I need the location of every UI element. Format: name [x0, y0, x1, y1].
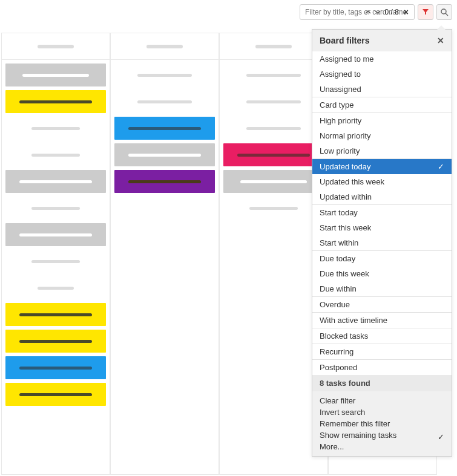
- filter-option[interactable]: Updated today✓: [312, 159, 452, 174]
- footer-action[interactable]: Remember this filter: [312, 418, 452, 429]
- card[interactable]: [223, 170, 324, 193]
- card[interactable]: [5, 356, 106, 379]
- chevron-down-icon[interactable]: [373, 8, 382, 16]
- filter-option[interactable]: Recurring: [312, 344, 452, 359]
- filter-option[interactable]: Start this week: [312, 220, 452, 235]
- card[interactable]: [114, 143, 215, 166]
- column-header: [2, 33, 110, 60]
- card-skeleton-line: [31, 154, 80, 157]
- filter-option[interactable]: Updated within: [312, 189, 452, 204]
- filter-option[interactable]: Unassigned: [312, 82, 452, 97]
- card-skeleton-line: [31, 260, 80, 263]
- card[interactable]: [5, 143, 106, 166]
- card[interactable]: [5, 330, 106, 353]
- card[interactable]: [5, 303, 106, 326]
- filter-count: 0 / 8: [384, 8, 398, 16]
- card[interactable]: [5, 383, 106, 406]
- check-icon: ✓: [438, 162, 444, 171]
- card[interactable]: [5, 170, 106, 193]
- filter-option[interactable]: Overdue: [312, 297, 452, 312]
- filter-option[interactable]: Due within: [312, 281, 452, 296]
- column: [110, 33, 219, 475]
- card[interactable]: [5, 117, 106, 140]
- card-skeleton-line: [19, 313, 92, 316]
- filter-option[interactable]: Start within: [312, 235, 452, 250]
- filter-option[interactable]: High priority: [312, 113, 452, 128]
- filter-popover: Board filters ✕ Assigned to meAssigned t…: [312, 29, 452, 457]
- card-skeleton-line: [137, 74, 192, 77]
- search-icon: [441, 8, 449, 16]
- filter-option[interactable]: Due this week: [312, 266, 452, 281]
- card[interactable]: [223, 197, 324, 220]
- card-skeleton-line: [237, 154, 310, 157]
- card[interactable]: [5, 197, 106, 220]
- card-skeleton-line: [128, 154, 201, 157]
- filter-option[interactable]: With active timeline: [312, 313, 452, 328]
- filter-option[interactable]: Due today: [312, 251, 452, 266]
- popover-arrow: [436, 25, 446, 30]
- toolbar: 0 / 8 ×: [300, 4, 452, 20]
- footer-action[interactable]: Show remaining tasks✓: [312, 429, 452, 441]
- card-skeleton-line: [19, 100, 92, 103]
- card[interactable]: [5, 223, 106, 246]
- svg-point-0: [441, 9, 446, 14]
- card[interactable]: [5, 250, 106, 273]
- card[interactable]: [114, 117, 215, 140]
- filter-option[interactable]: Low priority: [312, 143, 452, 158]
- card-skeleton-line: [246, 127, 301, 130]
- filter-option[interactable]: Postponed: [312, 360, 452, 375]
- card-skeleton-line: [128, 127, 201, 130]
- card[interactable]: [5, 276, 106, 299]
- card[interactable]: [114, 90, 215, 113]
- card-skeleton-line: [38, 287, 74, 290]
- footer-action[interactable]: More...: [312, 441, 452, 452]
- card-skeleton-line: [249, 207, 298, 210]
- header-skeleton: [255, 45, 292, 48]
- filter-option[interactable]: Normal priority: [312, 128, 452, 143]
- filter-option[interactable]: Assigned to me: [312, 51, 452, 67]
- card-skeleton-line: [19, 233, 92, 236]
- search-button[interactable]: [436, 4, 452, 20]
- clear-filter-icon[interactable]: ×: [401, 7, 411, 17]
- popover-list: Assigned to meAssigned toUnassignedCard …: [312, 51, 452, 375]
- column-body: [2, 60, 110, 409]
- card-skeleton-line: [22, 74, 89, 77]
- filter-option[interactable]: Start today: [312, 205, 452, 220]
- card-skeleton-line: [240, 180, 307, 183]
- card-skeleton-line: [19, 367, 92, 370]
- card[interactable]: [223, 117, 324, 140]
- card-skeleton-line: [137, 100, 192, 103]
- filter-option[interactable]: Assigned to: [312, 67, 452, 82]
- card-skeleton-line: [19, 393, 92, 396]
- card-skeleton-line: [19, 180, 92, 183]
- card[interactable]: [114, 64, 215, 86]
- card[interactable]: [5, 90, 106, 113]
- filter-option[interactable]: Blocked tasks: [312, 328, 452, 344]
- card[interactable]: [114, 170, 215, 193]
- filter-button[interactable]: [418, 4, 433, 20]
- filter-option[interactable]: Updated this week: [312, 174, 452, 189]
- header-skeleton: [146, 45, 183, 48]
- popover-title: Board filters: [320, 36, 369, 45]
- card[interactable]: [5, 64, 106, 86]
- footer-action[interactable]: Invert search: [312, 406, 452, 418]
- card[interactable]: [223, 64, 324, 86]
- card[interactable]: [223, 143, 324, 166]
- popover-header: Board filters ✕: [312, 30, 452, 51]
- card-skeleton-line: [128, 180, 201, 183]
- card-skeleton-line: [31, 127, 80, 130]
- card[interactable]: [223, 90, 324, 113]
- card-skeleton-line: [19, 340, 92, 343]
- card-skeleton-line: [31, 207, 80, 210]
- card-skeleton-line: [246, 74, 301, 77]
- column-body: [111, 60, 219, 197]
- filter-option[interactable]: Card type: [312, 97, 452, 112]
- funnel-icon: [422, 8, 429, 16]
- close-icon[interactable]: ✕: [437, 36, 444, 45]
- chevron-up-icon[interactable]: [364, 8, 372, 16]
- header-skeleton: [38, 45, 74, 48]
- footer-action[interactable]: Clear filter: [312, 395, 452, 406]
- column-header: [111, 33, 219, 60]
- check-icon: ✓: [438, 432, 444, 442]
- column: [1, 33, 110, 475]
